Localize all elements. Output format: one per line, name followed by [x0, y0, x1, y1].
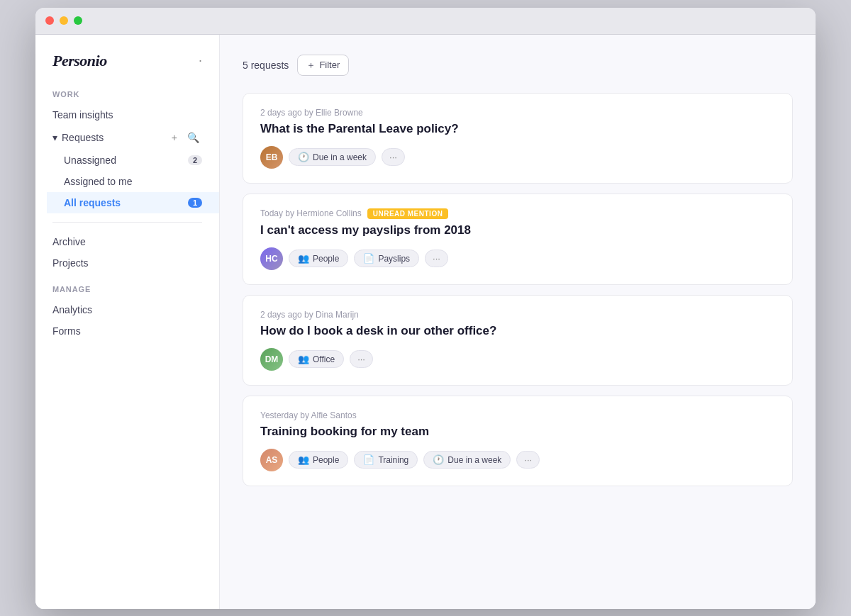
app-window: Personio · WORK Team insights ▾ Requests… — [35, 8, 816, 609]
card-meta: 2 days ago by Ellie Browne — [260, 108, 775, 118]
titlebar — [35, 8, 816, 35]
sidebar: Personio · WORK Team insights ▾ Requests… — [35, 35, 220, 609]
card-title: What is the Parental Leave policy? — [260, 122, 775, 136]
tag-label: People — [313, 455, 339, 465]
filter-button[interactable]: ＋ Filter — [297, 55, 349, 76]
people-icon: 👥 — [298, 454, 309, 465]
office-icon: 👥 — [298, 354, 309, 364]
tag-training[interactable]: 📄 Training — [354, 451, 418, 469]
section-label-manage: MANAGE — [35, 285, 219, 299]
requests-subnav: Unassigned 2 Assigned to me All requests… — [35, 150, 219, 213]
add-request-icon[interactable]: + — [169, 130, 180, 145]
filter-label: Filter — [319, 60, 340, 70]
card-timestamp: Today by Hermione Collins — [260, 208, 362, 218]
logo-dropdown[interactable]: · — [199, 53, 202, 68]
sidebar-item-requests[interactable]: ▾ Requests + 🔍 — [35, 125, 219, 150]
unread-mention-badge: UNREAD MENTION — [367, 208, 449, 219]
tag-people[interactable]: 👥 People — [289, 451, 348, 469]
sidebar-item-all-requests[interactable]: All requests 1 — [47, 192, 219, 213]
more-options-button[interactable]: ··· — [350, 350, 373, 368]
sidebar-item-label: Forms — [52, 325, 81, 337]
tag-office[interactable]: 👥 Office — [289, 350, 344, 368]
sidebar-item-label: Team insights — [52, 109, 113, 121]
section-label-work: WORK — [35, 90, 219, 104]
card-tags: DM 👥 Office ··· — [260, 348, 775, 371]
sidebar-item-unassigned[interactable]: Unassigned 2 — [47, 150, 219, 171]
sidebar-item-label: Assigned to me — [64, 176, 133, 187]
card-title: How do I book a desk in our other office… — [260, 324, 775, 338]
divider — [52, 222, 202, 223]
sidebar-item-label: Unassigned — [64, 155, 116, 166]
sidebar-item-assigned-to-me[interactable]: Assigned to me — [47, 171, 219, 192]
all-requests-badge: 1 — [188, 198, 202, 208]
tag-label: Due in a week — [313, 152, 367, 162]
avatar: HC — [260, 247, 283, 270]
sidebar-item-label: Analytics — [52, 304, 92, 315]
maximize-button[interactable] — [74, 16, 82, 25]
card-timestamp: 2 days ago by Ellie Browne — [260, 108, 363, 118]
more-options-button[interactable]: ··· — [516, 451, 540, 469]
logo-area: Personio · — [35, 52, 219, 90]
sidebar-item-label: Projects — [52, 257, 89, 269]
tag-label: Due in a week — [447, 455, 501, 465]
request-card-2[interactable]: Today by Hermione Collins UNREAD MENTION… — [243, 194, 793, 285]
tag-label: Payslips — [378, 254, 410, 264]
card-tags: HC 👥 People 📄 Payslips ··· — [260, 247, 775, 270]
card-meta: Today by Hermione Collins UNREAD MENTION — [260, 208, 775, 219]
card-timestamp: 2 days ago by Dina Marijn — [260, 310, 359, 320]
tag-label: Office — [313, 354, 335, 364]
sidebar-item-label: All requests — [64, 197, 121, 208]
requests-label: Requests — [62, 132, 165, 143]
tag-payslips[interactable]: 📄 Payslips — [354, 250, 419, 267]
filter-icon: ＋ — [306, 59, 316, 72]
card-title: I can't access my payslips from 2018 — [260, 223, 775, 237]
avatar: EB — [260, 146, 283, 169]
sidebar-item-forms[interactable]: Forms — [35, 320, 219, 342]
requests-count: 5 requests — [243, 60, 289, 71]
request-card-1[interactable]: 2 days ago by Ellie Browne What is the P… — [243, 93, 793, 184]
card-title: Training booking for my team — [260, 425, 775, 439]
chevron-down-icon: ▾ — [52, 132, 57, 143]
search-request-icon[interactable]: 🔍 — [184, 130, 202, 145]
sidebar-item-analytics[interactable]: Analytics — [35, 299, 219, 320]
avatar: DM — [260, 348, 283, 371]
logo: Personio — [52, 52, 107, 70]
tag-label: Training — [378, 455, 408, 465]
app-body: Personio · WORK Team insights ▾ Requests… — [35, 35, 816, 609]
request-card-3[interactable]: 2 days ago by Dina Marijn How do I book … — [243, 295, 793, 386]
sidebar-item-label: Archive — [52, 236, 86, 247]
sidebar-item-archive[interactable]: Archive — [35, 231, 219, 252]
card-tags: EB 🕐 Due in a week ··· — [260, 146, 775, 169]
card-tags: AS 👥 People 📄 Training 🕐 Due in a week ·… — [260, 449, 775, 471]
payslips-icon: 📄 — [363, 253, 374, 264]
sidebar-item-team-insights[interactable]: Team insights — [35, 104, 219, 125]
avatar: AS — [260, 449, 283, 471]
toolbar: 5 requests ＋ Filter — [243, 55, 793, 76]
people-icon: 👥 — [298, 253, 309, 264]
card-timestamp: Yesterday by Alfie Santos — [260, 410, 357, 420]
tag-label: People — [313, 254, 339, 264]
tag-due[interactable]: 🕐 Due in a week — [423, 451, 511, 469]
card-meta: Yesterday by Alfie Santos — [260, 410, 775, 420]
clock-icon: 🕐 — [433, 454, 444, 465]
unassigned-badge: 2 — [188, 155, 202, 165]
close-button[interactable] — [45, 16, 54, 25]
more-options-button[interactable]: ··· — [425, 250, 448, 267]
minimize-button[interactable] — [60, 16, 68, 25]
clock-icon: 🕐 — [298, 152, 309, 162]
training-icon: 📄 — [363, 454, 374, 465]
card-meta: 2 days ago by Dina Marijn — [260, 310, 775, 320]
main-content: 5 requests ＋ Filter 2 days ago by Ellie … — [220, 35, 816, 609]
more-options-button[interactable]: ··· — [382, 148, 405, 166]
tag-people[interactable]: 👥 People — [289, 250, 348, 267]
sidebar-item-projects[interactable]: Projects — [35, 252, 219, 274]
tag-due[interactable]: 🕐 Due in a week — [289, 148, 376, 166]
request-card-4[interactable]: Yesterday by Alfie Santos Training booki… — [243, 396, 793, 486]
